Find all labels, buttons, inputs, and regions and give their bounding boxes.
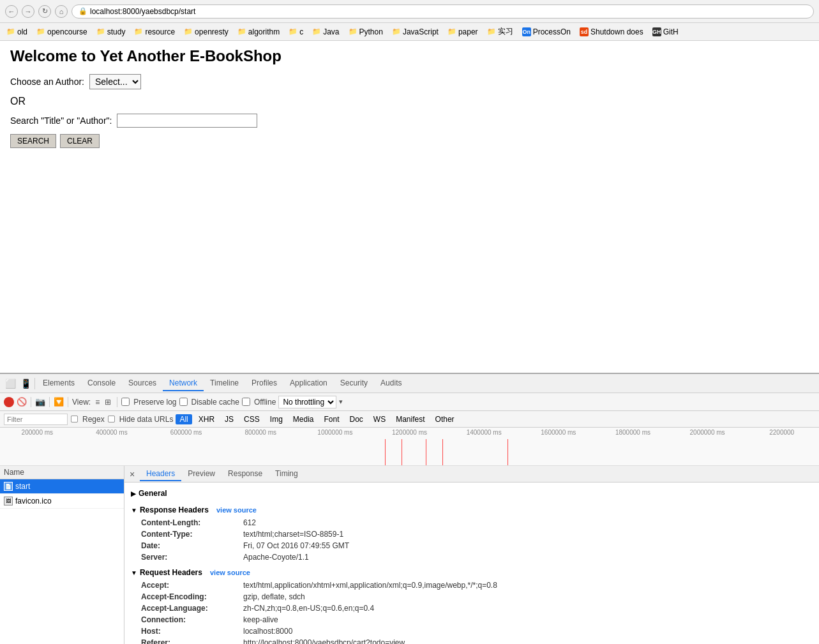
clear-button[interactable]: CLEAR [60, 134, 100, 148]
tab-network[interactable]: Network [163, 376, 204, 391]
detail-content: ▶ General ▼ Response Headers view source… [124, 483, 819, 644]
header-value: 612 [243, 518, 256, 527]
preserve-log-label: Preserve log [133, 398, 176, 407]
header-name: Host: [141, 627, 243, 636]
network-content: Name 📄 start 🖼 favicon.ico × Headers Pre… [0, 466, 819, 644]
timeline-bars [0, 439, 819, 465]
timeline-marker-4 [442, 439, 443, 465]
tab-sources[interactable]: Sources [122, 376, 163, 391]
header-name: Referer: [141, 638, 243, 644]
filter-js-button[interactable]: JS [221, 414, 237, 424]
detail-tab-timing[interactable]: Timing [269, 467, 304, 481]
filter-other-button[interactable]: Other [432, 414, 458, 424]
address-text: localhost:8000/yaebsdbcp/start [90, 7, 195, 16]
record-button[interactable] [4, 397, 14, 407]
response-header-server: Server: Apache-Coyote/1.1 [131, 551, 813, 563]
request-headers-section-title: Request Headers [140, 568, 202, 577]
close-detail-button[interactable]: × [124, 467, 140, 482]
header-name: Accept-Encoding: [141, 592, 243, 601]
response-header-content-type: Content-Type: text/html;charset=ISO-8859… [131, 528, 813, 540]
filter-xhr-button[interactable]: XHR [195, 414, 218, 424]
devtools-tabs: ⬜ 📱 Elements Console Sources Network Tim… [0, 374, 819, 393]
response-headers-view-source[interactable]: view source [216, 506, 257, 514]
filter-input[interactable] [4, 414, 68, 425]
tab-timeline[interactable]: Timeline [204, 376, 245, 391]
bookmark-java[interactable]: 📁 Java [308, 26, 343, 38]
bookmark-processon[interactable]: On ProcessOn [518, 26, 575, 38]
timeline-marker-3 [426, 439, 426, 465]
tab-security[interactable]: Security [334, 376, 374, 391]
device-mode-icon[interactable]: 📱 [18, 376, 33, 391]
folder-icon: 📁 [312, 27, 321, 36]
tab-elements[interactable]: Elements [36, 376, 81, 391]
detail-tab-response[interactable]: Response [222, 467, 269, 481]
filter-manifest-button[interactable]: Manifest [392, 414, 428, 424]
hide-data-urls-label: Hide data URLs [119, 415, 174, 424]
bookmark-study[interactable]: 📁 study [93, 26, 130, 38]
detail-tab-preview[interactable]: Preview [181, 467, 222, 481]
disable-cache-checkbox[interactable] [179, 398, 188, 406]
requests-header: Name [0, 466, 124, 479]
tab-profiles[interactable]: Profiles [245, 376, 283, 391]
header-name: Connection: [141, 615, 243, 624]
request-icon: 📄 [4, 482, 13, 491]
filter-font-button[interactable]: Font [320, 414, 343, 424]
folder-icon: 📁 [237, 27, 246, 36]
request-headers-view-source[interactable]: view source [210, 569, 250, 576]
camera-icon[interactable]: 📷 [35, 397, 45, 407]
bookmark-c[interactable]: 📁 c [285, 26, 307, 38]
bookmark-resource[interactable]: 📁 resource [130, 26, 179, 38]
preserve-log-checkbox[interactable] [121, 398, 130, 406]
bookmark-opencourse[interactable]: 📁 opencourse [33, 26, 91, 38]
bookmark-javascript[interactable]: 📁 JavaScript [388, 26, 442, 38]
inspect-element-icon[interactable]: ⬜ [3, 376, 18, 391]
bookmark-github[interactable]: GH GitH [649, 26, 682, 38]
timeline-area: 200000 ms 400000 ms 600000 ms 800000 ms … [0, 428, 819, 466]
bookmark-openresty[interactable]: 📁 openresty [180, 26, 232, 38]
forward-button[interactable]: → [22, 5, 34, 18]
list-view-icon[interactable]: ≡ [93, 397, 101, 407]
devtools-panel: ⬜ 📱 Elements Console Sources Network Tim… [0, 373, 819, 644]
filter-ws-button[interactable]: WS [370, 414, 389, 424]
back-button[interactable]: ← [5, 5, 18, 18]
refresh-button[interactable]: ↻ [38, 5, 51, 18]
tab-separator [34, 378, 35, 389]
header-name: Content-Type: [141, 530, 243, 539]
filter-css-button[interactable]: CSS [240, 414, 264, 424]
request-headers-section-header[interactable]: ▼ Request Headers view source [131, 565, 813, 580]
header-value: Apache-Coyote/1.1 [243, 553, 309, 562]
regex-checkbox[interactable] [71, 416, 78, 423]
search-button[interactable]: SEARCH [10, 134, 56, 148]
filter-all-button[interactable]: All [176, 414, 192, 424]
request-item-start[interactable]: 📄 start [0, 479, 124, 494]
regex-label: Regex [82, 415, 105, 424]
general-section-header[interactable]: ▶ General [131, 486, 813, 500]
request-item-favicon[interactable]: 🖼 favicon.ico [0, 494, 124, 509]
tab-audits[interactable]: Audits [374, 376, 408, 391]
response-headers-section-header[interactable]: ▼ Response Headers view source [131, 503, 813, 517]
hide-data-urls-checkbox[interactable] [108, 416, 115, 423]
bookmark-algorithm[interactable]: 📁 algorithm [234, 26, 283, 38]
filter-icon[interactable]: 🔽 [54, 397, 64, 407]
bookmark-paper[interactable]: 📁 paper [444, 26, 482, 38]
filter-doc-button[interactable]: Doc [346, 414, 367, 424]
bookmark-shutdown[interactable]: sd Shutdown does [576, 26, 647, 38]
toolbar-separator [31, 397, 31, 407]
filter-img-button[interactable]: Img [266, 414, 287, 424]
offline-checkbox[interactable] [242, 398, 250, 406]
search-input[interactable] [117, 114, 257, 128]
tab-console[interactable]: Console [81, 376, 122, 391]
bookmark-old[interactable]: 📁 old [3, 26, 31, 38]
tab-application[interactable]: Application [283, 376, 334, 391]
address-bar[interactable]: 🔒 localhost:8000/yaebsdbcp/start [71, 4, 814, 19]
clear-network-button[interactable]: 🚫 [17, 397, 27, 407]
detail-tab-headers[interactable]: Headers [140, 467, 181, 481]
bookmark-python[interactable]: 📁 Python [345, 26, 387, 38]
home-button[interactable]: ⌂ [55, 5, 68, 18]
filter-media-button[interactable]: Media [289, 414, 318, 424]
general-section-title: General [139, 489, 167, 498]
author-select[interactable]: Select... [89, 74, 141, 89]
bookmark-internship[interactable]: 📁 实习 [483, 25, 517, 38]
large-view-icon[interactable]: ⊞ [103, 397, 113, 407]
throttling-select[interactable]: No throttling [278, 396, 336, 408]
